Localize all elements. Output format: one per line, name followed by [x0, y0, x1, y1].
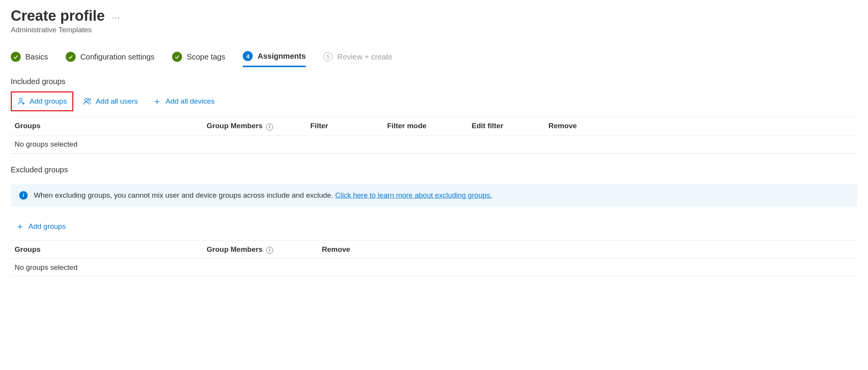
svg-point-3: [85, 99, 88, 101]
page-subtitle: Administrative Templates: [11, 26, 857, 34]
col-members: Group Members i: [207, 122, 310, 130]
info-icon: i: [19, 191, 28, 200]
svg-point-4: [88, 99, 91, 101]
included-groups-table: Groups Group Members i Filter Filter mod…: [11, 117, 857, 154]
step-number-icon: 5: [323, 52, 333, 61]
people-icon: [83, 97, 92, 106]
plus-icon: ＋: [15, 222, 25, 231]
step-basics[interactable]: Basics: [11, 51, 48, 67]
step-label: Configuration settings: [80, 53, 154, 61]
person-add-icon: [17, 97, 26, 106]
step-label: Scope tags: [187, 53, 225, 61]
info-icon[interactable]: i: [266, 124, 273, 130]
add-groups-button[interactable]: Add groups: [13, 93, 71, 109]
excluded-groups-table: Groups Group Members i Remove No groups …: [11, 240, 857, 277]
more-icon[interactable]: ···: [112, 10, 121, 22]
col-filter-mode: Filter mode: [387, 122, 472, 130]
step-assignments[interactable]: 4 Assignments: [243, 51, 306, 67]
step-label: Review + create: [337, 53, 393, 61]
step-scope-tags[interactable]: Scope tags: [172, 51, 225, 67]
table-header: Groups Group Members i Remove: [11, 241, 857, 259]
svg-point-0: [20, 98, 22, 101]
included-toolbar: Add groups Add all users ＋ Add all devic…: [11, 91, 857, 111]
step-label: Basics: [25, 53, 48, 61]
add-all-users-button[interactable]: Add all users: [79, 93, 142, 109]
included-groups-title: Included groups: [11, 77, 857, 86]
page-title: Create profile: [11, 8, 105, 24]
step-config-settings[interactable]: Configuration settings: [66, 51, 154, 67]
col-remove: Remove: [548, 122, 587, 130]
check-icon: [172, 52, 182, 62]
divider: [11, 154, 857, 154]
table-header: Groups Group Members i Filter Filter mod…: [11, 117, 857, 135]
add-all-devices-button[interactable]: ＋ Add all devices: [148, 93, 219, 110]
learn-more-link[interactable]: Click here to learn more about excluding…: [335, 191, 492, 199]
step-number-icon: 4: [243, 51, 253, 61]
step-review-create: 5 Review + create: [323, 51, 393, 67]
button-label: Add groups: [30, 97, 67, 106]
button-label: Add all users: [96, 97, 138, 106]
add-groups-excluded-button[interactable]: ＋ Add groups: [11, 218, 70, 235]
banner-text: When excluding groups, you cannot mix us…: [34, 191, 492, 200]
excluded-groups-title: Excluded groups: [11, 165, 857, 174]
check-icon: [66, 52, 76, 62]
col-filter: Filter: [310, 122, 387, 130]
col-groups: Groups: [15, 122, 207, 130]
button-label: Add groups: [28, 222, 66, 231]
check-icon: [11, 52, 21, 62]
empty-text: No groups selected: [15, 263, 207, 272]
table-row-empty: No groups selected: [11, 135, 857, 153]
col-groups: Groups: [15, 245, 207, 254]
empty-text: No groups selected: [15, 140, 207, 149]
highlight-annotation: Add groups: [11, 91, 73, 111]
plus-icon: ＋: [152, 97, 162, 106]
button-label: Add all devices: [166, 97, 215, 106]
col-edit-filter: Edit filter: [472, 122, 548, 130]
info-icon[interactable]: i: [266, 247, 273, 254]
col-remove: Remove: [322, 245, 379, 254]
exclusion-info-banner: i When excluding groups, you cannot mix …: [11, 184, 857, 206]
step-label: Assignments: [257, 52, 306, 61]
col-members: Group Members i: [207, 245, 322, 254]
wizard-steps: Basics Configuration settings Scope tags…: [11, 51, 857, 67]
table-row-empty: No groups selected: [11, 259, 857, 276]
